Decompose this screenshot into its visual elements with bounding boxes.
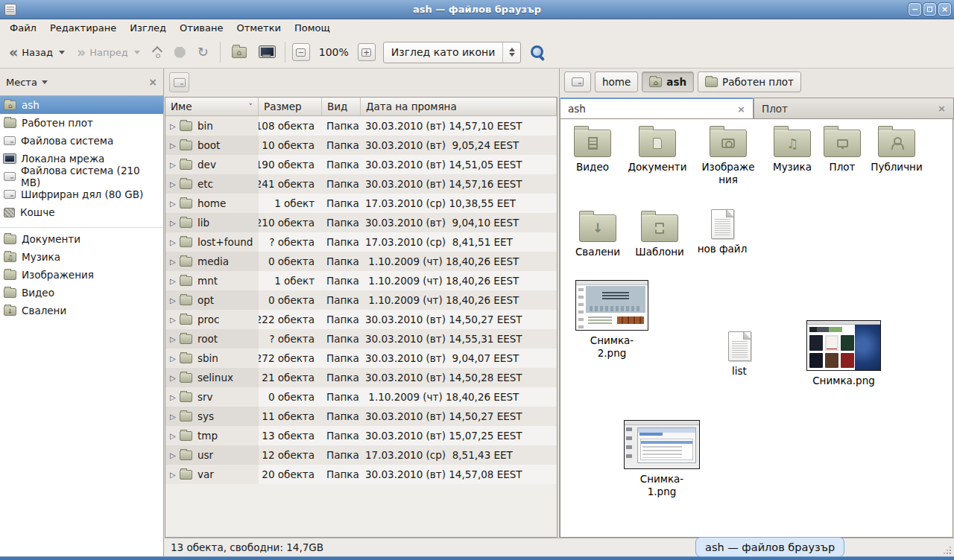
icon-item-templates[interactable]: Шаблони [628, 210, 692, 258]
table-row[interactable]: ▷ etc 241 обекта Папка 30.03.2010 (вт) 1… [165, 174, 557, 194]
sidebar-item-filesystem[interactable]: Файлова система [0, 132, 163, 150]
search-button[interactable] [530, 45, 545, 60]
computer-button[interactable] [254, 43, 278, 61]
forward-button[interactable]: » Напред [72, 43, 145, 61]
table-row[interactable]: ▷ srv 0 обекта Папка 1.10.2009 (чт) 18,4… [165, 387, 557, 407]
sidebar-item-pictures[interactable]: Изображения [0, 266, 163, 284]
icon-item-new-file[interactable]: нов файл [690, 207, 754, 255]
sidebar-item-desktop[interactable]: Работен плот [0, 114, 163, 132]
breadcrumb-root-button[interactable] [564, 71, 591, 92]
expander-icon[interactable]: ▷ [170, 335, 180, 343]
up-button[interactable] [148, 44, 167, 60]
sidebar-item-music[interactable]: ♫ Музика [0, 248, 163, 266]
table-row[interactable]: ▷ opt 0 обекта Папка 1.10.2009 (чт) 18,4… [165, 290, 557, 310]
table-row[interactable]: ▷ mnt 1 обект Папка 1.10.2009 (чт) 18,40… [165, 271, 557, 290]
table-row[interactable]: ▷ lib 210 обекта Папка 30.03.2010 (вт) 9… [165, 213, 557, 232]
table-row[interactable]: ▷ media 0 обекта Папка 1.10.2009 (чт) 18… [165, 252, 557, 271]
icon-item-snimka-1[interactable]: Снимка-1.png [624, 420, 700, 498]
table-row[interactable]: ▷ home 1 обект Папка 17.03.2010 (ср) 10,… [165, 194, 557, 213]
table-row[interactable]: ▷ sys 11 обекта Папка 30.03.2010 (вт) 14… [165, 407, 557, 426]
sidebar-item-filesystem-210mb[interactable]: Файлова система (210 MB) [0, 168, 163, 185]
sidebar-item-trash[interactable]: Кошче [0, 203, 163, 221]
table-row[interactable]: ▷ usr 12 обекта Папка 17.03.2010 (ср) 8,… [165, 445, 557, 465]
sidebar-item-documents[interactable]: Документи [0, 230, 163, 248]
expander-icon[interactable]: ▷ [170, 258, 180, 266]
expander-icon[interactable]: ▷ [170, 354, 180, 363]
forward-dropdown-icon[interactable] [134, 51, 140, 54]
expander-icon[interactable]: ▷ [170, 122, 180, 130]
breadcrumb-desktop-button[interactable]: Работен плот [698, 71, 801, 92]
sidebar-item-encrypted-80gb[interactable]: Шифриран дял (80 GB) [0, 185, 163, 203]
expander-icon[interactable]: ▷ [170, 277, 180, 285]
table-row[interactable]: ▷ tmp 13 обекта Папка 30.03.2010 (вт) 15… [165, 426, 557, 445]
table-row[interactable]: ▷ var 20 обекта Папка 30.03.2010 (вт) 14… [165, 465, 557, 484]
titlebar[interactable]: ash — файлов браузър − × [0, 0, 954, 19]
places-close-button[interactable]: × [148, 76, 157, 88]
icon-item-snimka[interactable]: Снимка.png [806, 320, 881, 387]
expander-icon[interactable]: ▷ [170, 316, 180, 324]
menu-item-help[interactable]: Помощ [288, 20, 337, 36]
tree-view-button[interactable] [169, 72, 189, 92]
view-mode-spinner[interactable] [502, 42, 520, 63]
menu-item-view[interactable]: Изглед [123, 20, 173, 36]
icon-item-pictures[interactable]: Изображения [695, 125, 762, 186]
expander-icon[interactable]: ▷ [170, 374, 180, 382]
stop-button[interactable] [170, 44, 190, 61]
expander-icon[interactable]: ▷ [170, 180, 180, 188]
tab-plot[interactable]: Плот × [754, 98, 954, 119]
tab-ash[interactable]: ash × [560, 98, 754, 119]
expander-icon[interactable]: ▷ [170, 413, 180, 421]
icon-item-downloads[interactable]: ↓ Свалени [566, 210, 630, 258]
reload-button[interactable]: ↻ [193, 43, 213, 61]
expander-icon[interactable]: ▷ [170, 296, 180, 305]
table-row[interactable]: ▷ proc 222 обекта Папка 30.03.2010 (вт) … [165, 310, 557, 329]
icon-view[interactable]: Видео Документи Изображения ♫ Музика Пло… [560, 118, 953, 538]
expander-icon[interactable]: ▷ [170, 219, 180, 227]
sidebar-item-ash[interactable]: ⌂ ash [0, 96, 163, 114]
back-dropdown-icon[interactable] [59, 51, 65, 54]
sidebar-item-videos[interactable]: Видео [0, 284, 163, 302]
tab-close-icon[interactable]: × [938, 103, 946, 114]
places-selector-icon[interactable] [42, 80, 48, 84]
icon-item-videos[interactable]: Видео [560, 125, 625, 174]
menu-item-edit[interactable]: Редактиране [43, 20, 123, 36]
expander-icon[interactable]: ▷ [170, 432, 180, 440]
menu-item-file[interactable]: Файл [3, 20, 43, 36]
resize-grip[interactable] [944, 547, 951, 554]
table-row[interactable]: ▷ selinux 21 обекта Папка 30.03.2010 (вт… [165, 368, 557, 387]
maximize-button[interactable] [923, 3, 936, 16]
table-row[interactable]: ▷ bin 108 обекта Папка 30.03.2010 (вт) 1… [165, 116, 557, 136]
breadcrumb-ash-button[interactable]: ⌂ ash [642, 71, 694, 92]
table-row[interactable]: ▷ lost+found ? обекта Папка 17.03.2010 (… [165, 232, 557, 252]
column-header-name[interactable]: Име ˅ [165, 98, 259, 115]
breadcrumb-home-button[interactable]: home [595, 71, 638, 92]
column-header-size[interactable]: Размер [259, 98, 322, 115]
view-mode-select[interactable]: Изглед като икони [383, 42, 522, 63]
expander-icon[interactable]: ▷ [170, 471, 180, 479]
menu-item-bookmarks[interactable]: Отметки [230, 20, 287, 36]
table-row[interactable]: ▷ dev 190 обекта Папка 30.03.2010 (вт) 1… [165, 155, 557, 174]
table-row[interactable]: ▷ boot 10 обекта Папка 30.03.2010 (вт) 9… [165, 136, 557, 155]
zoom-in-button[interactable]: + [358, 43, 376, 61]
home-button[interactable]: ⌂ [227, 44, 251, 61]
expander-icon[interactable]: ▷ [170, 238, 180, 246]
column-header-type[interactable]: Вид [322, 98, 361, 115]
table-row[interactable]: ▷ sbin 272 обекта Папка 30.03.2010 (вт) … [165, 349, 557, 368]
back-button[interactable]: « Назад [4, 43, 69, 61]
menu-item-go[interactable]: Отиване [173, 20, 230, 36]
expander-icon[interactable]: ▷ [170, 141, 180, 150]
expander-icon[interactable]: ▷ [170, 451, 180, 459]
icon-item-snimka-2[interactable]: Снимка-2.png [575, 280, 648, 360]
icon-item-list[interactable]: list [707, 329, 771, 378]
column-header-date[interactable]: Дата на промяна [361, 98, 557, 115]
zoom-out-button[interactable]: − [292, 43, 310, 61]
minimize-button[interactable]: − [909, 3, 921, 16]
icon-item-public[interactable]: Публични [863, 125, 930, 174]
places-title[interactable]: Места [6, 77, 37, 88]
expander-icon[interactable]: ▷ [170, 200, 180, 208]
sidebar-item-downloads[interactable]: ↓ Свалени [0, 302, 163, 319]
tab-close-icon[interactable]: × [737, 104, 745, 115]
icon-item-documents[interactable]: Документи [623, 125, 692, 174]
close-button[interactable]: × [938, 3, 951, 16]
expander-icon[interactable]: ▷ [170, 161, 180, 169]
